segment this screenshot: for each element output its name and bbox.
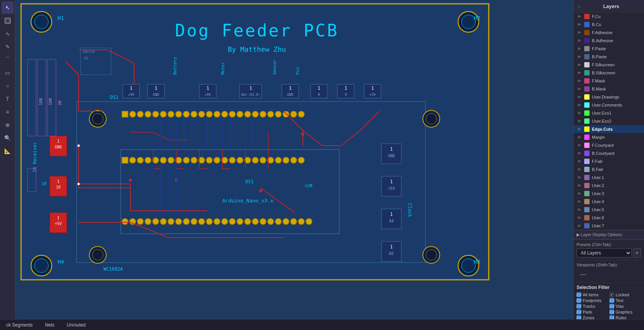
sf-checkbox[interactable]: ✓: [577, 298, 581, 303]
add-viewport-btn[interactable]: +: [633, 248, 641, 258]
svg-point-161: [175, 179, 178, 182]
layer-item-b-silkscreen[interactable]: 👁 B.Silkscreen: [573, 69, 644, 77]
svg-rect-0: [5, 18, 10, 23]
layer-item-b-mask[interactable]: 👁 B.Mask: [573, 85, 644, 93]
add-text-btn[interactable]: T: [2, 93, 14, 105]
layer-item-user-3[interactable]: 👁 User.3: [573, 190, 644, 198]
sf-item-graphics[interactable]: ✓ Graphics: [610, 310, 641, 314]
sf-item-rules[interactable]: ✓ Rules: [610, 315, 641, 319]
layer-item-user-6[interactable]: 👁 User.6: [573, 214, 644, 222]
viewports-label: Viewports (Shift+Tab):: [577, 263, 641, 267]
layer-item-b-courtyard[interactable]: 👁 B.Courtyard: [573, 149, 644, 158]
layer-item-f-mask[interactable]: 👁 F.Mask: [573, 77, 644, 85]
layer-item-user-4[interactable]: 👁 User.4: [573, 198, 644, 206]
collapse-btn[interactable]: ‹: [577, 2, 582, 11]
status-segments[interactable]: ck Segments: [4, 322, 35, 328]
svg-text:A5: A5: [389, 251, 394, 256]
sf-checkbox[interactable]: ✓: [577, 315, 581, 319]
presets-dropdown[interactable]: All Layers: [577, 248, 632, 258]
sf-item-all-items[interactable]: ✓ All items: [577, 292, 608, 297]
sf-checkbox[interactable]: ✓: [577, 304, 581, 309]
svg-point-88: [222, 218, 228, 225]
viewport-minus[interactable]: —: [580, 270, 586, 278]
sf-checkbox[interactable]: ✓: [610, 315, 614, 319]
pcb-canvas[interactable]: H1 H2 H3 H4 Dog Feeder PCB By Matthew Zh…: [15, 0, 573, 319]
svg-point-77: [137, 218, 143, 225]
layer-display-options-toggle[interactable]: ▶ Layer Display Options: [573, 230, 644, 240]
layer-item-user-eco1[interactable]: 👁 User.Eco1: [573, 109, 644, 117]
inspect-btn[interactable]: ∿: [2, 28, 14, 40]
draw-rect-btn[interactable]: ▭: [2, 67, 14, 79]
status-unrouted[interactable]: Unrouted: [64, 322, 88, 328]
sf-checkbox[interactable]: [610, 292, 614, 297]
status-nets[interactable]: Nets: [43, 322, 57, 328]
svg-rect-101: [123, 84, 140, 98]
sf-item-footprints[interactable]: ✓ Footprints: [577, 298, 608, 303]
layer-item-margin[interactable]: 👁 Margin: [573, 133, 644, 141]
svg-point-24: [92, 250, 103, 260]
svg-text:+5V: +5V: [370, 93, 376, 97]
svg-text:GND: GND: [287, 93, 293, 97]
layer-item-edge-cuts[interactable]: 👁 Edge.Cuts: [573, 125, 644, 133]
layer-item-user-drawings[interactable]: 👁 User.Drawings: [573, 93, 644, 101]
add-dimension-btn[interactable]: ≡: [2, 106, 14, 118]
svg-point-48: [283, 111, 289, 117]
layer-item-f-silkscreen[interactable]: 👁 F.Silkscreen: [573, 61, 644, 69]
layer-item-b-cu[interactable]: 👁 B.Cu: [573, 21, 644, 29]
svg-text:1: 1: [390, 212, 393, 217]
svg-text:IR Receiver: IR Receiver: [32, 142, 38, 172]
route-btn[interactable]: [2, 15, 14, 27]
layer-item-user-2[interactable]: 👁 User.2: [573, 182, 644, 190]
sf-checkbox[interactable]: ✓: [610, 298, 614, 303]
sf-item-locked[interactable]: Locked: [610, 292, 641, 297]
svg-point-73: [291, 157, 297, 163]
sf-item-tracks[interactable]: ✓ Tracks: [577, 304, 608, 309]
svg-point-42: [237, 111, 243, 117]
layer-item-user-eco2[interactable]: 👁 User.Eco2: [573, 117, 644, 125]
sf-item-text[interactable]: ✓ Text: [610, 298, 641, 303]
sf-checkbox[interactable]: ✓: [577, 292, 581, 297]
svg-text:1: 1: [130, 85, 132, 91]
svg-text:1: 1: [57, 179, 60, 184]
svg-point-160: [129, 179, 132, 182]
draw-circle-btn[interactable]: ○: [2, 80, 14, 92]
layer-item-f-fab[interactable]: 👁 F.Fab: [573, 158, 644, 166]
layer-eye-icon: 👁: [577, 159, 582, 164]
layer-item-f-courtyard[interactable]: 👁 F.Courtyard: [573, 141, 644, 149]
svg-point-25: [423, 246, 440, 263]
layer-item-user-7[interactable]: 👁 User.7: [573, 222, 644, 230]
layer-item-user-1[interactable]: 👁 User.1: [573, 174, 644, 182]
svg-point-10: [462, 259, 475, 273]
layer-name-label: B.Courtyard: [592, 151, 641, 156]
layer-name-label: User.4: [592, 199, 641, 204]
measure-btn[interactable]: 📐: [2, 145, 14, 157]
svg-rect-18: [121, 149, 339, 234]
layer-item-f-cu[interactable]: 👁 F.Cu: [573, 13, 644, 21]
draw-line-btn[interactable]: ✎: [2, 41, 14, 53]
layer-item-b-fab[interactable]: 👁 B.Fab: [573, 166, 644, 174]
svg-point-23: [89, 246, 106, 263]
sf-item-vias[interactable]: ✓ Vias: [610, 304, 641, 309]
layer-item-user-comments[interactable]: 👁 User.Comments: [573, 101, 644, 109]
draw-arc-btn[interactable]: ⌒: [2, 54, 14, 66]
sf-item-pads[interactable]: ✓ Pads: [577, 310, 608, 314]
layer-item-b-paste[interactable]: 👁 B.Paste: [573, 53, 644, 61]
svg-point-97: [291, 218, 297, 225]
layer-item-b-adhesive[interactable]: 👁 B.Adhesive: [573, 37, 644, 45]
sf-checkbox[interactable]: ✓: [610, 304, 614, 309]
selection-filter-title: Selection Filter: [577, 285, 641, 290]
sf-checkbox[interactable]: ✓: [610, 310, 614, 314]
layer-item-f-adhesive[interactable]: 👁 F.Adhesive: [573, 29, 644, 37]
svg-text:GND: GND: [153, 93, 159, 97]
svg-point-9: [458, 255, 479, 276]
layer-item-f-paste[interactable]: 👁 F.Paste: [573, 45, 644, 53]
sf-item-zones[interactable]: ✓ Zones: [577, 315, 608, 319]
layer-item-user-5[interactable]: 👁 User.5: [573, 206, 644, 214]
layer-eye-icon: 👁: [577, 118, 582, 124]
zoom-btn[interactable]: 🔍: [2, 132, 14, 144]
svg-point-33: [168, 111, 174, 117]
add-via-btn[interactable]: ⊕: [2, 119, 14, 131]
sf-checkbox[interactable]: ✓: [577, 310, 581, 314]
select-tool-btn[interactable]: ↖: [2, 2, 14, 14]
layer-name-label: F.Paste: [592, 46, 641, 51]
